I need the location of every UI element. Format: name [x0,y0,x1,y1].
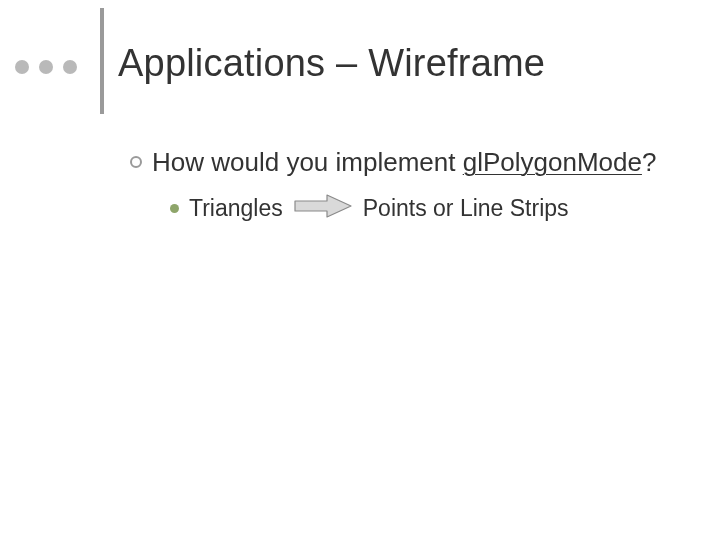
title-vertical-bar [100,8,104,114]
arrow-right-icon [293,193,353,225]
solid-bullet-icon [170,204,179,213]
decor-dots [15,60,77,74]
l2-left: Triangles [189,195,283,222]
slide-title: Applications – Wireframe [118,42,545,85]
slide-content: How would you implement glPolygonMode? T… [130,146,690,225]
bullet-level-1: How would you implement glPolygonMode? [130,146,690,179]
bullet-level-2: Triangles Points or Line Strips [170,193,690,225]
dot-icon [39,60,53,74]
l1-text: How would you implement glPolygonMode? [152,146,656,179]
slide: Applications – Wireframe How would you i… [0,0,720,540]
ring-bullet-icon [130,156,142,168]
l1-prefix: How would you implement [152,147,463,177]
l2-right: Points or Line Strips [363,195,569,222]
dot-icon [15,60,29,74]
l1-suffix: ? [642,147,656,177]
dot-icon [63,60,77,74]
l1-underlined: glPolygonMode [463,147,642,177]
svg-marker-0 [295,195,351,217]
